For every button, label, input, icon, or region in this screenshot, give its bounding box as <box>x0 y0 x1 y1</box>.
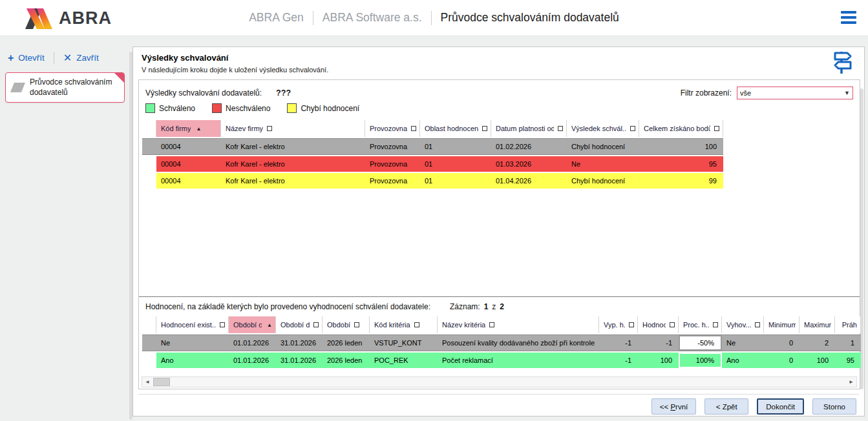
abra-logo: ABRA <box>23 6 112 30</box>
open-button[interactable]: + Otevřít <box>8 52 45 64</box>
table-cell-vysledek-schvaleni: Chybí hodnocení <box>567 139 639 154</box>
table-cell-maximum: 2 <box>799 335 835 351</box>
toolbar-divider <box>54 52 54 64</box>
column-header-obdobi[interactable]: Období <box>323 316 370 333</box>
title-divider <box>313 11 313 25</box>
back-button[interactable]: < Zpět <box>704 398 748 415</box>
row-selector-gutter <box>142 120 156 137</box>
sidebar-toolbar: + Otevřít ✕ Zavřít <box>8 52 99 64</box>
column-header-kod-firmy[interactable]: Kód firmy▲ <box>156 120 221 137</box>
table-cell-kod-firmy: 00004 <box>156 139 221 154</box>
column-header-obdobi-do[interactable]: Období do <box>276 316 323 333</box>
column-filter-checkbox-icon[interactable] <box>313 322 319 327</box>
column-header-vyp-hodnota[interactable]: Vyp. h... <box>599 316 638 333</box>
column-header-proc-hodnoceni[interactable]: Proc. h... <box>679 316 722 333</box>
detail-caption-row: Hodnocení, na základě kterých bylo prove… <box>145 302 504 311</box>
sidebar: + Otevřít ✕ Zavřít Průvodce schvalováním… <box>0 36 132 421</box>
table-cell-provozovna: Provozovna <box>365 139 420 154</box>
results-label: Výsledky schvalování dodavatelů: <box>145 88 262 98</box>
table-row[interactable]: Ne01.01.202631.01.20262026 ledenVSTUP_KO… <box>142 334 861 351</box>
plus-icon: + <box>8 52 14 64</box>
cancel-button[interactable]: Storno <box>812 398 856 415</box>
row-selector-gutter[interactable] <box>142 173 156 189</box>
sort-asc-icon: ▲ <box>267 322 272 328</box>
column-filter-checkbox-icon[interactable] <box>713 322 718 327</box>
column-filter-checkbox-icon[interactable] <box>670 322 675 327</box>
row-selector-gutter[interactable] <box>142 353 156 368</box>
legend-swatch <box>287 103 297 113</box>
column-filter-checkbox-icon[interactable] <box>629 322 634 327</box>
close-label: Zavřít <box>76 53 99 63</box>
table-cell-obdobi-do: 31.01.2026 <box>276 353 323 368</box>
record-separator: z <box>492 302 496 311</box>
sidebar-item-wizard-tab[interactable]: Průvodce schvalováním dodavatelů <box>5 72 125 103</box>
table-cell-vyp-hodnota: -1 <box>599 353 638 368</box>
column-filter-checkbox-icon[interactable] <box>630 126 635 131</box>
table-cell-oblast-hodnoceni: 01 <box>420 156 491 172</box>
column-filter-checkbox-icon[interactable] <box>482 126 487 131</box>
column-header-prah[interactable]: Práh <box>835 316 861 333</box>
close-button[interactable]: ✕ Zavřít <box>63 52 99 64</box>
column-filter-checkbox-icon[interactable] <box>755 322 760 327</box>
column-filter-checkbox-icon[interactable] <box>220 322 225 327</box>
menu-icon[interactable] <box>841 11 856 24</box>
results-table: Kód firmy▲Název firmyProvozovnaOblast ho… <box>142 120 723 189</box>
column-header-hodnoceni-existuje[interactable]: Hodnocení exist... <box>156 316 229 333</box>
column-header-maximum[interactable]: Maximum <box>799 316 835 333</box>
row-selector-gutter[interactable] <box>142 139 156 154</box>
table-cell-kod-kriteria: VSTUP_KONT <box>370 335 438 351</box>
column-header-label: Maximum <box>804 321 831 329</box>
table-row[interactable]: 00004Kofr Karel - elektroProvozovna0101.… <box>142 173 723 189</box>
record-label: Záznam: <box>450 302 480 311</box>
horizontal-scrollbar[interactable]: ◄ ► <box>142 376 857 387</box>
table-row[interactable]: 00004Kofr Karel - elektroProvozovna0101.… <box>142 138 723 155</box>
column-header-obdobi-od[interactable]: Období od▲ <box>229 316 276 333</box>
row-selector-gutter[interactable] <box>142 156 156 172</box>
column-filter-checkbox-icon[interactable] <box>414 322 419 327</box>
column-header-label: Hodnocení exist... <box>161 321 216 329</box>
column-filter-checkbox-icon[interactable] <box>714 126 719 131</box>
column-header-label: Název kritéria <box>442 321 485 329</box>
table-cell-vysledek-schvaleni: Ne <box>567 156 639 172</box>
row-selector-gutter[interactable] <box>142 335 156 351</box>
column-header-oblast-hodnoceni[interactable]: Oblast hodnocení <box>420 120 491 137</box>
column-header-minimum[interactable]: Minimum <box>764 316 799 333</box>
scrollbar-thumb[interactable] <box>153 378 170 386</box>
table-cell-datum-platnosti-od: 01.04.2026 <box>491 173 567 189</box>
column-header-kod-kriteria[interactable]: Kód kritéria <box>370 316 438 333</box>
column-header-celkem-ziskano-bodu[interactable]: Celkem získáno bodů <box>639 120 723 137</box>
scroll-right-icon[interactable]: ► <box>846 377 856 387</box>
column-header-nazev-firmy[interactable]: Název firmy <box>221 120 365 137</box>
filter-dropdown[interactable]: vše ▼ <box>737 87 853 99</box>
column-header-provozovna[interactable]: Provozovna <box>365 120 420 137</box>
column-header-nazev-kriteria[interactable]: Název kritéria <box>438 316 599 333</box>
legend-label: Neschváleno <box>226 104 270 113</box>
column-filter-checkbox-icon[interactable] <box>354 322 359 327</box>
column-header-vysledek-schvaleni[interactable]: Výsledek schvál... <box>567 120 639 137</box>
column-filter-checkbox-icon[interactable] <box>558 126 563 131</box>
column-header-label: Vyhov... <box>726 321 751 329</box>
column-header-vyhovuje[interactable]: Vyhov... <box>722 316 764 333</box>
table-row[interactable]: 00004Kofr Karel - elektroProvozovna0101.… <box>142 156 723 172</box>
table-cell-vyp-hodnota: -1 <box>599 335 638 351</box>
table-cell-provozovna: Provozovna <box>365 156 420 172</box>
first-button[interactable]: << První <box>651 398 696 415</box>
finish-button[interactable]: Dokončit <box>757 398 804 415</box>
sort-asc-icon: ▲ <box>196 126 201 132</box>
record-total: 2 <box>500 302 504 311</box>
table-row[interactable]: Ano01.01.202631.01.20262026 ledenPOC_REK… <box>142 353 861 368</box>
table-cell-hodnoceni-existuje: Ne <box>156 335 229 351</box>
table-cell-hodnoceni: 100 <box>638 353 679 368</box>
column-filter-checkbox-icon[interactable] <box>489 322 494 327</box>
scroll-left-icon[interactable]: ◄ <box>142 377 153 387</box>
table-cell-nazev-firmy: Kofr Karel - elektro <box>221 156 365 172</box>
column-header-datum-platnosti-od[interactable]: Datum platnosti od <box>491 120 567 137</box>
column-filter-checkbox-icon[interactable] <box>267 126 272 131</box>
column-header-label: Proc. h... <box>683 321 709 329</box>
column-header-hodnoceni[interactable]: Hodnoc... <box>638 316 679 333</box>
wizard-buttons: << První < Zpět Dokončit Storno <box>651 398 856 415</box>
table-cell-nazev-kriteria: Posouzení kvality dodávaného zboží při k… <box>438 335 599 351</box>
wizard-tab-icon <box>10 83 25 92</box>
column-filter-checkbox-icon[interactable] <box>411 126 416 131</box>
legend-label: Schváleno <box>159 104 195 113</box>
